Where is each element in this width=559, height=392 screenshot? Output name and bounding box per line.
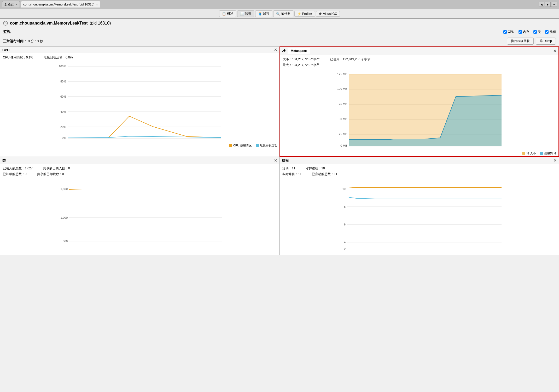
app-title-bold: com.choupangxia.vm.MemoryLeakTest <box>10 21 88 26</box>
checkbox-thread[interactable]: 线程 <box>545 30 556 34</box>
cpu-legend: CPU 使用情况 垃圾回收活动 <box>0 143 279 149</box>
class-unloaded-total: 已卸载的总数：0 <box>3 171 27 177</box>
cpu-panel-header: CPU ✕ <box>0 47 279 53</box>
uptime-text: 正常运行时间： 0 分 13 秒 <box>3 39 43 44</box>
thread-stats-row2: 实时峰值：11 已启动的总数：11 <box>282 171 556 177</box>
toolbar-visualgc[interactable]: 🗑 Visual GC <box>316 11 340 17</box>
class-chart-area: 1,500 1,000 500 <box>0 179 279 255</box>
sampler-label: 抽样器 <box>281 11 290 16</box>
nav-prev[interactable]: ◀ <box>539 2 544 7</box>
cpu-close-button[interactable]: ✕ <box>274 48 277 52</box>
tab-start-close[interactable]: ✕ <box>15 3 18 6</box>
thread-panel-header: 线程 ✕ <box>280 157 559 164</box>
cpu-stats: CPU 使用情况：0.1% 垃圾回收活动：0.0% <box>0 53 279 62</box>
monitor-icon: 📊 <box>240 12 244 16</box>
toolbar-monitor[interactable]: 📊 监视 <box>237 10 254 17</box>
heap-max: 最大：134,217,728 个字节 <box>283 62 320 68</box>
gc-activity-dot <box>256 144 259 147</box>
thread-chart-svg: 10 8 6 4 2 <box>282 180 557 253</box>
charts-grid-top: CPU ✕ CPU 使用情况：0.1% 垃圾回收活动：0.0% 100% 8 <box>0 46 559 157</box>
svg-text:50 MB: 50 MB <box>339 117 347 121</box>
cpu-panel-title: CPU <box>2 48 9 52</box>
heap-tabs: Metaspace <box>288 48 310 54</box>
cpu-usage-legend-label: CPU 使用情况 <box>233 144 252 147</box>
checkbox-cpu[interactable]: CPU <box>503 30 514 34</box>
toolbar: 📋 概述 📊 监视 🧵 线程 🔍 抽样器 ⚡ Profiler 🗑 Visual… <box>0 9 559 19</box>
overview-icon: 📋 <box>222 12 226 16</box>
heap-panel: 堆 Metaspace ✕ 大小：134,217,728 个字节 已使用：122… <box>280 46 559 157</box>
visualgc-icon: 🗑 <box>319 12 322 16</box>
heap-size-dot <box>522 152 525 155</box>
svg-text:60%: 60% <box>60 95 66 98</box>
app-title-pid: (pid 16310) <box>90 21 111 26</box>
class-close-button[interactable]: ✕ <box>274 158 277 163</box>
nav-menu[interactable]: ▼ <box>551 2 557 7</box>
toolbar-threads[interactable]: 🧵 线程 <box>255 10 272 17</box>
heap-close-button[interactable]: ✕ <box>553 49 556 53</box>
svg-text:16:55:40: 16:55:40 <box>343 148 354 149</box>
toolbar-profiler[interactable]: ⚡ Profiler <box>294 11 315 17</box>
svg-text:16:55:40: 16:55:40 <box>62 140 74 141</box>
uptime-value: 0 分 13 秒 <box>28 39 43 43</box>
gc-activity-legend-label: 垃圾回收活动 <box>260 144 277 147</box>
svg-text:500: 500 <box>63 240 68 243</box>
tab-main[interactable]: com.choupangxia.vm.MemoryLeakTest (pid 1… <box>21 1 100 8</box>
tab-main-close[interactable]: ✕ <box>96 3 98 6</box>
profiler-label: Profiler <box>302 12 312 16</box>
main-content: ↻ com.choupangxia.vm.MemoryLeakTest (pid… <box>0 19 559 392</box>
thread-panel-title: 线程 <box>282 158 289 163</box>
thread-daemon: 守护进程：10 <box>306 166 325 171</box>
action-buttons: 执行垃圾回收 堆 Dump <box>507 38 556 45</box>
monitor-label: 监视 <box>245 11 251 16</box>
class-panel-title: 类 <box>2 158 6 163</box>
cpu-usage-legend: CPU 使用情况 <box>229 144 252 147</box>
uptime-label: 正常运行时间： <box>3 39 27 43</box>
heap-stats-row2: 最大：134,217,728 个字节 <box>283 62 556 68</box>
sampler-icon: 🔍 <box>276 12 280 16</box>
nav-next[interactable]: ▶ <box>545 2 551 7</box>
heap-used: 已使用：122,849,256 个字节 <box>330 57 370 62</box>
metaspace-tab[interactable]: Metaspace <box>288 48 310 54</box>
heap-chart-svg: 125 MB 100 MB 75 MB 50 MB 25 MB 0 MB <box>282 70 556 149</box>
svg-text:16:55:44: 16:55:44 <box>476 148 488 149</box>
cpu-chart-svg: 100% 80% 60% 40% 20% 0% <box>2 63 277 141</box>
thread-close-button[interactable]: ✕ <box>554 158 557 163</box>
svg-text:80%: 80% <box>60 80 66 83</box>
heap-panel-header: 堆 Metaspace ✕ <box>280 47 558 55</box>
thread-stats: 活动：11 守护进程：10 实时峰值：11 已启动的总数：11 <box>280 164 559 179</box>
heap-legend: 堆 大小 使用的 堆 <box>280 151 558 156</box>
class-stats-row2: 已卸载的总数：0 共享的已卸载数：0 <box>3 171 277 177</box>
svg-text:125 MB: 125 MB <box>337 73 347 76</box>
svg-text:0%: 0% <box>62 136 66 139</box>
cpu-stats-row: CPU 使用情况：0.1% 垃圾回收活动：0.0% <box>3 55 277 60</box>
gc-activity-legend: 垃圾回收活动 <box>256 144 277 147</box>
heap-panel-title: 堆 <box>282 49 286 53</box>
thread-panel: 线程 ✕ 活动：11 守护进程：10 实时峰值：11 <box>280 157 559 255</box>
refresh-icon[interactable]: ↻ <box>3 21 8 26</box>
dump-button[interactable]: 堆 Dump <box>536 38 556 45</box>
class-loaded-total: 已装入的总数：1,627 <box>3 166 33 171</box>
svg-text:100%: 100% <box>59 65 66 68</box>
svg-text:2: 2 <box>344 247 346 251</box>
class-stats: 已装入的总数：1,627 共享的已装入数：0 已卸载的总数：0 共享的已卸载数：… <box>0 164 279 179</box>
checkbox-class[interactable]: 类 <box>533 30 541 34</box>
gc-button[interactable]: 执行垃圾回收 <box>507 38 534 45</box>
heap-used-legend: 使用的 堆 <box>540 151 556 155</box>
heap-used-legend-label: 使用的 堆 <box>544 151 556 155</box>
tab-start[interactable]: 起始页 ✕ <box>2 1 20 8</box>
checkbox-memory[interactable]: 内存 <box>519 30 529 34</box>
heap-stats-row1: 大小：134,217,728 个字节 已使用：122,849,256 个字节 <box>283 57 556 62</box>
svg-text:40%: 40% <box>60 110 66 113</box>
heap-chart-area: 125 MB 100 MB 75 MB 50 MB 25 MB 0 MB <box>280 69 558 151</box>
heap-size-legend-label: 堆 大小 <box>526 151 536 155</box>
toolbar-sampler[interactable]: 🔍 抽样器 <box>273 10 293 17</box>
toolbar-overview[interactable]: 📋 概述 <box>219 10 236 17</box>
profiler-icon: ⚡ <box>297 12 301 16</box>
thread-active: 活动：11 <box>282 166 295 171</box>
visualgc-label: Visual GC <box>323 12 337 16</box>
svg-text:1,000: 1,000 <box>60 216 68 219</box>
svg-text:16:55:42: 16:55:42 <box>411 148 422 149</box>
cpu-usage-dot <box>229 144 232 147</box>
section-title: 监视 <box>3 29 10 34</box>
svg-text:25 MB: 25 MB <box>339 133 347 136</box>
